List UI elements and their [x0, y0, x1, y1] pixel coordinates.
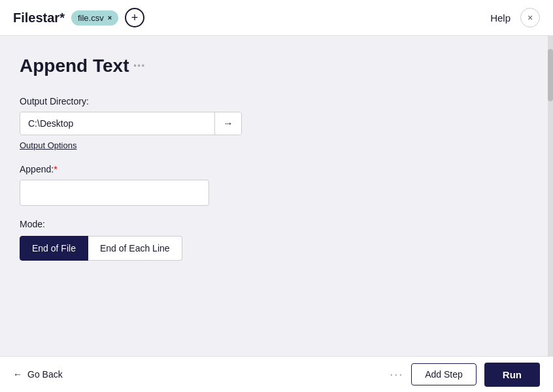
directory-input[interactable] [20, 113, 214, 134]
help-link[interactable]: Help [490, 12, 511, 24]
main-content: Append Text ··· Output Directory: → Outp… [0, 36, 553, 356]
app-title: Filestar* [13, 10, 65, 25]
page-title-dots: ··· [133, 57, 144, 74]
scrollbar[interactable] [548, 36, 553, 356]
file-tag-label: file.csv [78, 13, 104, 23]
go-back-button[interactable]: ← Go Back [13, 369, 63, 380]
app-title-text: Filestar [13, 10, 59, 25]
output-directory-label: Output Directory: [20, 96, 533, 106]
header-right: Help × [490, 8, 540, 27]
footer: ← Go Back ··· Add Step Run [0, 356, 553, 392]
file-tag[interactable]: file.csv × [71, 10, 118, 25]
append-label: Append:* [20, 164, 533, 174]
go-back-label: Go Back [27, 369, 63, 380]
header-left: Filestar* file.csv × + [13, 8, 144, 27]
more-options-dots[interactable]: ··· [390, 368, 403, 382]
append-label-text: Append: [20, 164, 54, 174]
output-directory-group: Output Directory: → Output Options [20, 96, 533, 151]
header: Filestar* file.csv × + Help × [0, 0, 553, 36]
directory-browse-button[interactable]: → [214, 112, 241, 135]
add-file-button[interactable]: + [125, 8, 144, 27]
page-title: Append Text ··· [20, 56, 533, 76]
app-title-asterisk: * [59, 10, 65, 25]
page-title-text: Append Text [20, 56, 129, 76]
mode-group: Mode: End of File End of Each Line [20, 219, 533, 261]
scrollbar-thumb[interactable] [548, 49, 553, 101]
footer-right: ··· Add Step Run [390, 363, 540, 387]
close-button[interactable]: × [520, 8, 540, 27]
directory-input-row: → [20, 112, 242, 135]
output-options-link[interactable]: Output Options [20, 140, 76, 150]
mode-buttons: End of File End of Each Line [20, 236, 533, 261]
mode-end-of-file-button[interactable]: End of File [20, 236, 88, 261]
append-required-star: * [54, 164, 57, 174]
append-group: Append:* [20, 164, 533, 206]
mode-end-of-each-line-button[interactable]: End of Each Line [88, 236, 182, 261]
mode-label: Mode: [20, 219, 533, 229]
add-step-button[interactable]: Add Step [411, 363, 477, 385]
back-arrow-icon: ← [13, 369, 22, 380]
file-tag-close-icon[interactable]: × [108, 14, 112, 22]
run-button[interactable]: Run [484, 363, 540, 387]
append-input[interactable] [20, 180, 209, 206]
